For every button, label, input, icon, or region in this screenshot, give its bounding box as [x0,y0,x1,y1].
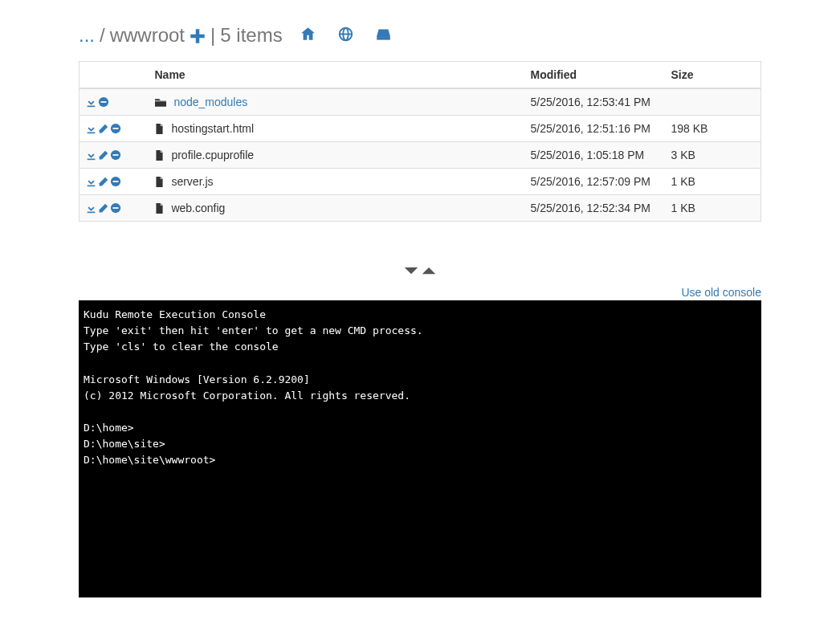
svg-rect-14 [113,154,119,156]
modified-cell: 5/25/2016, 12:53:41 PM [524,88,665,116]
edit-icon[interactable] [98,202,108,214]
svg-rect-18 [88,212,96,214]
col-size: Size [665,62,761,89]
download-icon[interactable] [86,122,96,135]
folder-icon [155,96,166,108]
file-icon [155,122,164,135]
download-icon[interactable] [86,202,96,214]
col-name: Name [149,62,524,89]
size-cell: 198 KB [665,116,761,142]
file-table: Name Modified Size node_modules5/25/2016… [79,61,761,222]
svg-rect-12 [88,159,96,161]
file-icon [155,202,164,214]
folder-link[interactable]: node_modules [173,96,247,108]
table-row: profile.cpuprofile5/25/2016, 1:05:18 PM3… [80,142,761,169]
file-name: web.config [171,202,225,214]
edit-icon[interactable] [98,175,108,188]
table-row: hostingstart.html5/25/2016, 12:51:16 PM1… [80,116,761,142]
table-row: node_modules5/25/2016, 12:53:41 PM [80,88,761,116]
chevron-up-icon [420,262,438,283]
chevron-down-icon [402,262,420,283]
svg-rect-9 [88,133,96,134]
size-cell: 3 KB [665,142,761,169]
svg-rect-5 [377,37,390,40]
file-name: profile.cpuprofile [171,149,254,161]
modified-cell: 5/25/2016, 1:05:18 PM [524,142,665,169]
item-count: 5 items [220,24,282,47]
pane-resizer[interactable] [79,262,761,283]
size-cell: 1 KB [665,169,761,195]
use-old-console-link[interactable]: Use old console [681,286,761,299]
svg-rect-8 [101,101,107,103]
modified-cell: 5/25/2016, 12:52:34 PM [524,195,665,222]
svg-rect-20 [113,207,119,209]
svg-rect-1 [190,34,205,38]
home-icon[interactable] [300,27,316,44]
breadcrumb: ... / wwwroot | 5 items [79,24,761,47]
file-icon [155,149,164,161]
download-icon[interactable] [86,96,96,108]
delete-icon[interactable] [98,96,109,108]
col-modified: Modified [524,62,665,89]
delete-icon[interactable] [110,149,121,161]
edit-icon[interactable] [98,149,108,161]
file-icon [155,175,164,188]
table-row: web.config5/25/2016, 12:52:34 PM1 KB [80,195,761,222]
svg-rect-17 [113,181,119,182]
disk-icon[interactable] [376,27,391,44]
breadcrumb-separator: / [100,24,105,47]
breadcrumb-current: wwwroot [110,24,185,47]
breadcrumb-divider: | [210,24,215,47]
modified-cell: 5/25/2016, 12:51:16 PM [524,116,665,142]
delete-icon[interactable] [110,202,121,214]
modified-cell: 5/25/2016, 12:57:09 PM [524,169,665,195]
breadcrumb-parent-link[interactable]: ... [79,24,95,47]
size-cell: 1 KB [665,195,761,222]
svg-rect-6 [88,106,96,108]
size-cell [665,88,761,116]
col-actions [80,62,149,89]
console-output[interactable]: Kudu Remote Execution Console Type 'exit… [79,300,761,597]
file-name: hostingstart.html [171,122,254,135]
download-icon[interactable] [86,149,96,161]
delete-icon[interactable] [110,175,121,188]
table-row: server.js5/25/2016, 12:57:09 PM1 KB [80,169,761,195]
svg-rect-15 [88,186,96,187]
download-icon[interactable] [86,175,96,188]
add-button[interactable] [190,26,206,46]
edit-icon[interactable] [98,122,108,135]
file-name: server.js [171,175,213,188]
svg-rect-11 [113,128,119,129]
delete-icon[interactable] [110,122,121,135]
globe-icon[interactable] [338,27,353,44]
